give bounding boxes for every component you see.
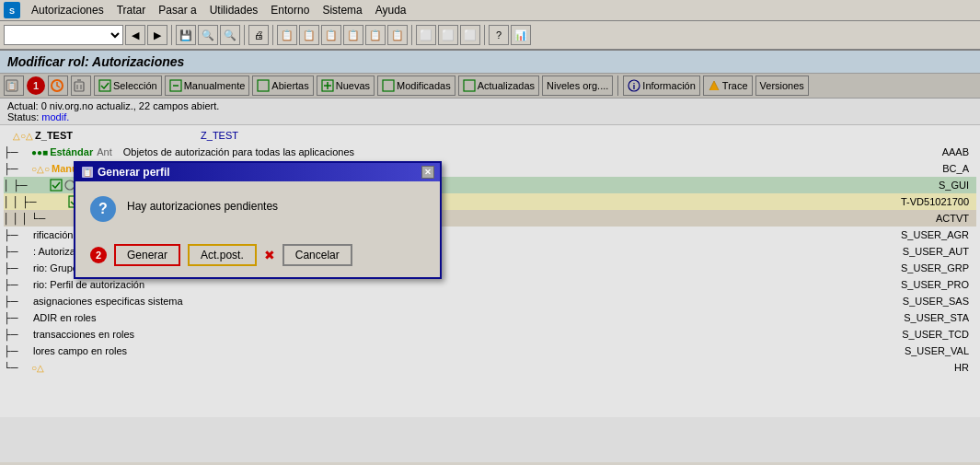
svg-text:📋: 📋	[83, 168, 92, 177]
toolbar-sep-5	[484, 25, 485, 45]
dialog-footer: 2 Generar Act.post. ✖ Cancelar	[75, 237, 440, 277]
toolbar-sep-3	[272, 25, 273, 45]
menu-autorizaciones[interactable]: Autorizaciones	[26, 2, 110, 18]
main-area: Modificar rol: Autorizaciones 📋 1 Selecc…	[0, 51, 980, 462]
dialog-close-btn[interactable]: ✕	[421, 166, 434, 179]
copy-btn5[interactable]: 📋	[365, 25, 386, 45]
menu-tratar[interactable]: Tratar	[111, 2, 152, 18]
chart-btn[interactable]: 📊	[511, 25, 531, 45]
print-btn[interactable]: 🖨	[248, 25, 269, 45]
badge-2: 2	[90, 247, 107, 263]
menu-utilidades[interactable]: Utilidades	[204, 2, 264, 18]
help-btn[interactable]: ?	[489, 25, 509, 45]
menubar: S Autorizaciones Tratar Pasar a Utilidad…	[0, 0, 980, 21]
square-btn3[interactable]: ⬜	[460, 25, 480, 45]
copy-btn4[interactable]: 📋	[343, 25, 363, 45]
dialog-message: Hay autorizaciones pendientes	[127, 196, 278, 213]
dialog-body: ? Hay autorizaciones pendientes	[75, 181, 440, 237]
toolbar: ◀ ▶ 💾 🔍 🔍 🖨 📋 📋 📋 📋 📋 📋 ⬜ ⬜ ⬜ ? 📊	[0, 21, 980, 51]
dialog-titlebar: 📋 Generar perfil ✕	[75, 163, 440, 181]
copy-btn6[interactable]: 📋	[387, 25, 408, 45]
command-field[interactable]	[4, 25, 123, 45]
search-btn1[interactable]: 🔍	[198, 25, 218, 45]
search-btn2[interactable]: 🔍	[220, 25, 240, 45]
square-btn1[interactable]: ⬜	[416, 25, 436, 45]
menu-pasar-a[interactable]: Pasar a	[153, 2, 202, 18]
square-btn2[interactable]: ⬜	[438, 25, 458, 45]
dialog-title-icon: 📋	[81, 166, 94, 179]
toolbar-sep-2	[244, 25, 245, 45]
menu-entorno[interactable]: Entorno	[265, 2, 315, 18]
copy-btn2[interactable]: 📋	[299, 25, 319, 45]
dialog-title: Generar perfil	[98, 166, 170, 179]
toolbar-sep-1	[171, 25, 172, 45]
save-btn[interactable]: 💾	[176, 25, 196, 45]
cancel-icon: ✖	[264, 248, 275, 262]
generar-perfil-dialog: 📋 Generar perfil ✕ ? Hay autorizaciones …	[74, 161, 442, 279]
actpost-btn[interactable]: Act.post.	[188, 244, 257, 266]
cancelar-btn[interactable]: Cancelar	[282, 244, 352, 266]
copy-btn1[interactable]: 📋	[277, 25, 297, 45]
dialog-question-icon: ?	[90, 196, 116, 222]
svg-text:S: S	[9, 6, 15, 16]
sap-logo: S	[4, 2, 20, 18]
copy-btn3[interactable]: 📋	[321, 25, 341, 45]
forward-btn[interactable]: ▶	[147, 25, 167, 45]
menu-ayuda[interactable]: Ayuda	[370, 2, 412, 18]
generar-btn[interactable]: Generar	[114, 244, 180, 266]
back-btn[interactable]: ◀	[125, 25, 145, 45]
toolbar-sep-4	[411, 25, 412, 45]
menu-sistema[interactable]: Sistema	[317, 2, 367, 18]
dialog-overlay: 📋 Generar perfil ✕ ? Hay autorizaciones …	[0, 51, 980, 462]
